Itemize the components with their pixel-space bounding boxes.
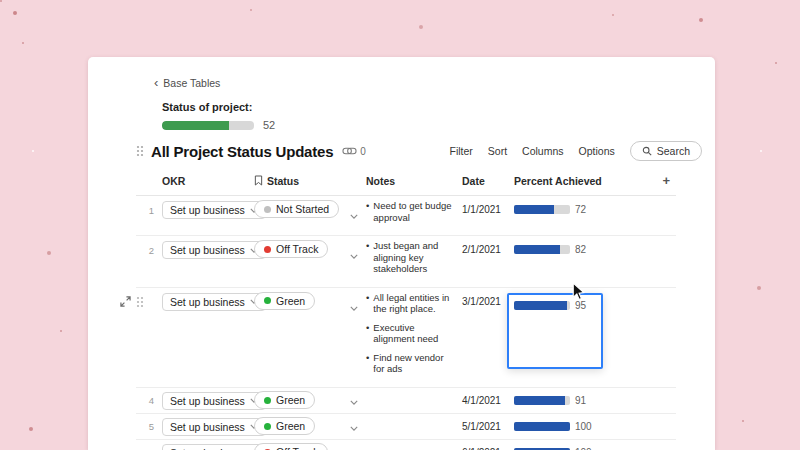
percent-value: 95 <box>575 300 586 311</box>
percent-bar-fill <box>514 396 565 405</box>
percent-bar <box>514 245 570 254</box>
background-texture <box>0 0 2 2</box>
search-button[interactable]: Search <box>630 141 702 161</box>
status-value: Green <box>276 420 305 432</box>
column-header-status[interactable]: Status <box>254 175 358 187</box>
okr-cell[interactable]: Set up business <box>162 418 266 436</box>
note-text: Need to get budge approval <box>373 200 454 223</box>
view-toolbar: Filter Sort Columns Options Search <box>449 141 702 161</box>
percent-cell[interactable]: 100 <box>514 447 606 450</box>
status-value: Green <box>276 394 305 406</box>
bookmark-icon <box>254 175 263 186</box>
sort-button[interactable]: Sort <box>488 145 507 157</box>
filter-button[interactable]: Filter <box>449 145 472 157</box>
column-header-okr[interactable]: OKR <box>162 175 248 187</box>
status-cell[interactable]: Off Track <box>254 240 328 258</box>
status-cell[interactable]: Green <box>254 292 315 310</box>
search-label: Search <box>657 145 690 157</box>
status-cell[interactable]: Off Track <box>254 443 328 450</box>
app-window: ‹ Base Tables Status of project: 52 All … <box>88 57 715 450</box>
linked-records-indicator[interactable]: 0 <box>342 146 366 157</box>
date-cell[interactable]: 2/1/2021 <box>462 240 508 255</box>
column-header-percent[interactable]: Percent Achieved <box>514 175 606 187</box>
column-header-date[interactable]: Date <box>462 175 508 187</box>
status-progress-value: 52 <box>263 119 275 131</box>
table-row: 4 Set up business Green 4/1/2021 91 <box>136 388 676 414</box>
add-column-button[interactable]: + <box>662 173 676 188</box>
notes-cell[interactable]: •Need to get budge approval <box>366 200 454 230</box>
bullet: • <box>366 322 369 345</box>
columns-button[interactable]: Columns <box>522 145 563 157</box>
breadcrumb-label: Base Tables <box>163 77 220 89</box>
status-value: Off Track <box>276 243 318 255</box>
status-dot <box>264 206 271 213</box>
table-row: 5 Set up business Green 5/1/2021 100 <box>136 414 676 440</box>
bullet: • <box>366 200 369 223</box>
status-widget-label: Status of project: <box>162 101 275 113</box>
date-cell[interactable]: 4/1/2021 <box>462 395 508 406</box>
table-row: 6 Set up business Off Track 6/1/2021 100 <box>136 440 676 450</box>
page-title: All Project Status Updates <box>151 143 333 160</box>
note-text: Find new vendor for ads <box>373 352 454 375</box>
okr-cell[interactable]: Set up business <box>162 444 266 450</box>
percent-cell[interactable]: 100 <box>514 421 606 432</box>
percent-value: 91 <box>575 395 586 406</box>
status-chevron-down-icon[interactable] <box>350 292 358 315</box>
status-cell[interactable]: Green <box>254 417 315 435</box>
okr-cell[interactable]: Set up business <box>162 392 266 410</box>
status-cell[interactable]: Green <box>254 391 315 409</box>
okr-value: Set up business <box>170 244 245 256</box>
date-cell[interactable]: 3/1/2021 <box>462 292 508 307</box>
table-row: 2 Set up business Off Track •Just began … <box>136 236 676 288</box>
status-cell[interactable]: Not Started <box>254 200 339 218</box>
status-chevron-down-icon[interactable] <box>350 443 358 450</box>
bullet: • <box>366 292 369 315</box>
data-table: OKR Status Notes Date Percent Achieved +… <box>136 169 676 450</box>
percent-value: 100 <box>575 421 592 432</box>
date-cell[interactable]: 5/1/2021 <box>462 421 508 432</box>
okr-cell[interactable]: Set up business <box>162 241 266 259</box>
status-chevron-down-icon[interactable] <box>350 240 358 263</box>
date-cell[interactable]: 6/1/2021 <box>462 447 508 450</box>
notes-cell[interactable]: •All legal entities in the right place. … <box>366 292 454 382</box>
drag-handle-icon[interactable] <box>136 296 144 308</box>
link-icon <box>342 147 357 155</box>
column-header-notes[interactable]: Notes <box>366 175 454 187</box>
okr-value: Set up business <box>170 421 245 433</box>
back-chevron-icon: ‹ <box>154 78 158 88</box>
percent-value: 72 <box>575 204 586 215</box>
row-number: 5 <box>136 421 154 432</box>
okr-cell[interactable]: Set up business <box>162 293 266 311</box>
okr-cell[interactable]: Set up business <box>162 201 266 219</box>
table-row: 1 Set up business Not Started •Need to g… <box>136 196 676 236</box>
drag-handle-icon[interactable] <box>136 145 144 157</box>
search-icon <box>642 146 652 156</box>
breadcrumb[interactable]: ‹ Base Tables <box>154 77 220 89</box>
status-dot <box>264 246 271 253</box>
row-number: 1 <box>136 200 154 216</box>
percent-bar-fill <box>514 422 570 431</box>
percent-cell[interactable]: 82 <box>514 240 606 255</box>
percent-cell[interactable]: 91 <box>514 395 606 406</box>
notes-cell[interactable]: •Just began and aligning key stakeholder… <box>366 240 454 282</box>
percent-bar-fill <box>514 205 554 214</box>
percent-bar <box>514 422 570 431</box>
status-chevron-down-icon[interactable] <box>350 417 358 435</box>
percent-value: 82 <box>575 244 586 255</box>
row-number: 4 <box>136 395 154 406</box>
row-number: 6 <box>136 447 154 450</box>
status-chevron-down-icon[interactable] <box>350 391 358 409</box>
column-header-status-label: Status <box>267 175 299 187</box>
link-count-value: 0 <box>360 146 366 157</box>
status-progress-fill <box>162 121 229 130</box>
bullet: • <box>366 240 369 275</box>
percent-cell[interactable]: 72 <box>514 200 606 215</box>
okr-value: Set up business <box>170 296 245 308</box>
date-cell[interactable]: 1/1/2021 <box>462 200 508 215</box>
note-text: All legal entities in the right place. <box>373 292 454 315</box>
percent-bar-fill <box>514 245 560 254</box>
expand-record-icon[interactable] <box>120 296 131 307</box>
status-chevron-down-icon[interactable] <box>350 200 358 223</box>
options-button[interactable]: Options <box>579 145 615 157</box>
percent-cell-selected[interactable]: 95 <box>507 293 603 369</box>
